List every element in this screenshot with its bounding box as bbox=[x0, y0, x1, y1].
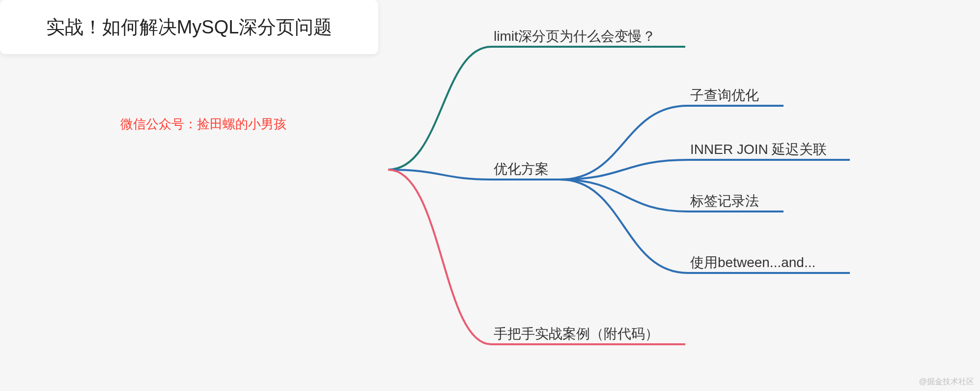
mindmap-canvas: { "subtitle": "微信公众号：捡田螺的小男孩", "root": "… bbox=[0, 0, 980, 391]
leaf-between-and[interactable]: 使用between...and... bbox=[690, 253, 815, 272]
branch-limit-slow[interactable]: limit深分页为什么会变慢？ bbox=[494, 27, 656, 46]
subtitle-text: 微信公众号：捡田螺的小男孩 bbox=[120, 116, 286, 133]
branch-practice[interactable]: 手把手实战案例（附代码） bbox=[494, 325, 659, 343]
leaf-tag-record[interactable]: 标签记录法 bbox=[690, 192, 759, 211]
root-label: 实战！如何解决MySQL深分页问题 bbox=[46, 15, 333, 40]
leaf-subquery[interactable]: 子查询优化 bbox=[690, 86, 759, 105]
watermark-text: @掘金技术社区 bbox=[919, 377, 974, 387]
branch-optimize[interactable]: 优化方案 bbox=[494, 160, 549, 179]
leaf-inner-join[interactable]: INNER JOIN 延迟关联 bbox=[690, 140, 827, 159]
root-node[interactable]: 实战！如何解决MySQL深分页问题 bbox=[0, 0, 378, 54]
connector-lines bbox=[0, 0, 980, 391]
